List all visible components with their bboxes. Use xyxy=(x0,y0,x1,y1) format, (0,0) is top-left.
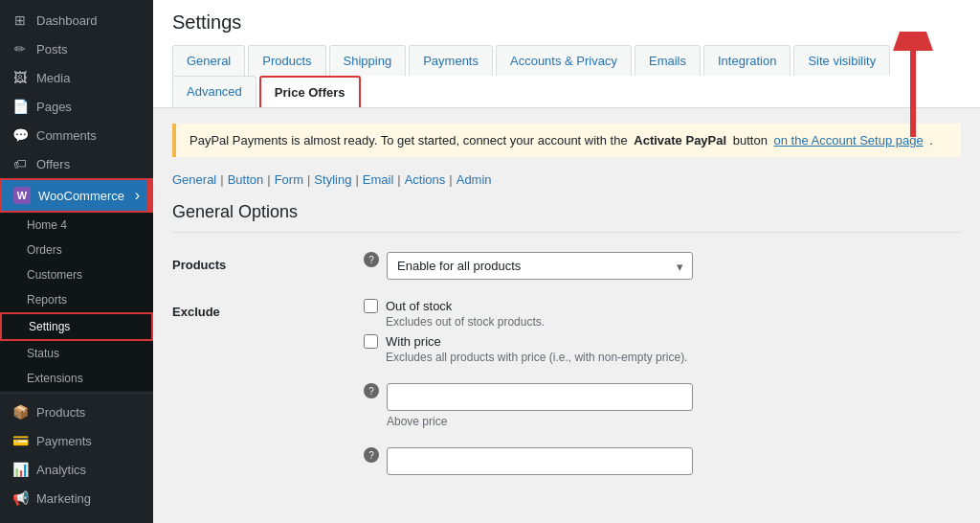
sub-nav-general[interactable]: General xyxy=(172,172,216,187)
above-price-form-row: ? Above price xyxy=(172,383,961,428)
tab-shipping[interactable]: Shipping xyxy=(329,45,407,76)
tab-advanced[interactable]: Advanced xyxy=(172,76,256,107)
below-price-help-icon[interactable]: ? xyxy=(364,447,379,463)
sidebar-item-woocommerce[interactable]: W WooCommerce › xyxy=(0,178,153,213)
page-header: Settings General Products Shipping Payme… xyxy=(153,0,980,108)
comments-icon: 💬 xyxy=(11,127,29,143)
sidebar-item-marketing[interactable]: 📢 Marketing xyxy=(0,484,153,512)
out-of-stock-checkbox-item: Out of stock xyxy=(364,299,961,313)
below-price-form-row: ? xyxy=(172,447,961,475)
sidebar-item-posts[interactable]: ✏ Posts xyxy=(0,34,153,63)
sidebar-item-dashboard[interactable]: ⊞ Dashboard xyxy=(0,6,153,34)
sidebar-item-analytics[interactable]: 📊 Analytics xyxy=(0,455,153,484)
below-price-label-empty xyxy=(172,447,364,453)
sidebar: ⊞ Dashboard ✏ Posts 🖼 Media 📄 Pages 💬 Co… xyxy=(0,0,153,523)
out-of-stock-desc: Excludes out of stock products. xyxy=(386,315,961,329)
tab-general[interactable]: General xyxy=(172,45,245,76)
above-price-field: ? Above price xyxy=(364,383,961,428)
submenu-extensions[interactable]: Extensions xyxy=(0,366,153,391)
exclude-form-row: Exclude Out of stock Excludes out of sto… xyxy=(172,299,961,364)
notice-bar: PayPal Payments is almost ready. To get … xyxy=(172,124,961,157)
sub-nav-email[interactable]: Email xyxy=(363,172,394,187)
posts-icon: ✏ xyxy=(11,41,29,57)
woocommerce-icon: W xyxy=(13,187,31,204)
products-select-wrapper: Enable for all products Disable for all … xyxy=(387,252,693,280)
with-price-group: With price Excludes all products with pr… xyxy=(364,334,961,364)
products-select[interactable]: Enable for all products Disable for all … xyxy=(387,252,693,280)
exclude-section: Out of stock Excludes out of stock produ… xyxy=(364,299,961,364)
products-form-row: Products ? Enable for all products Disab… xyxy=(172,252,961,280)
sidebar-item-products[interactable]: 📦 Products xyxy=(0,398,153,426)
sidebar-item-offers[interactable]: 🏷 Offers xyxy=(0,149,153,178)
sidebar-item-pages[interactable]: 📄 Pages xyxy=(0,92,153,121)
sub-nav-styling[interactable]: Styling xyxy=(314,172,351,187)
above-price-label-empty xyxy=(172,383,364,389)
analytics-icon: 📊 xyxy=(11,462,29,477)
products-help-icon[interactable]: ? xyxy=(364,252,379,267)
with-price-desc: Excludes all products with price (i.e., … xyxy=(386,351,961,364)
above-price-input-label: Above price xyxy=(387,415,693,428)
submenu-reports[interactable]: Reports xyxy=(0,287,153,312)
content-area: PayPal Payments is almost ready. To get … xyxy=(153,108,980,510)
submenu-customers[interactable]: Customers xyxy=(0,262,153,287)
marketing-icon: 📢 xyxy=(11,490,29,506)
with-price-label: With price xyxy=(386,334,441,349)
products-field: ? Enable for all products Disable for al… xyxy=(364,252,961,280)
submenu-orders[interactable]: Orders xyxy=(0,238,153,262)
products-label: Products xyxy=(172,252,364,272)
section-title: General Options xyxy=(172,202,961,233)
dashboard-icon: ⊞ xyxy=(11,12,29,28)
submenu-settings[interactable]: Settings xyxy=(0,312,153,341)
nav-tabs: General Products Shipping Payments Accou… xyxy=(172,45,961,107)
tab-emails[interactable]: Emails xyxy=(635,45,701,76)
submenu-home[interactable]: Home 4 xyxy=(0,213,153,238)
sub-nav-actions[interactable]: Actions xyxy=(405,172,446,187)
payments-icon: 💳 xyxy=(11,433,29,448)
pages-icon: 📄 xyxy=(11,99,29,114)
media-icon: 🖼 xyxy=(11,70,29,85)
arrow-indicator xyxy=(875,32,951,149)
tab-accounts-privacy[interactable]: Accounts & Privacy xyxy=(496,45,632,76)
out-of-stock-group: Out of stock Excludes out of stock produ… xyxy=(364,299,961,329)
sidebar-section-bottom: 📦 Products 💳 Payments 📊 Analytics 📢 Mark… xyxy=(0,393,153,512)
main-content: Settings General Products Shipping Payme… xyxy=(153,0,980,523)
sidebar-top: ⊞ Dashboard ✏ Posts 🖼 Media 📄 Pages 💬 Co… xyxy=(0,0,153,518)
above-price-help-icon[interactable]: ? xyxy=(364,383,379,398)
sidebar-item-comments[interactable]: 💬 Comments xyxy=(0,121,153,149)
sub-nav: General | Button | Form | Styling | Emai… xyxy=(172,172,961,187)
with-price-checkbox-item: With price xyxy=(364,334,961,349)
woocommerce-chevron: › xyxy=(135,187,140,204)
out-of-stock-checkbox[interactable] xyxy=(364,299,378,313)
offers-icon: 🏷 xyxy=(11,156,29,171)
tab-payments[interactable]: Payments xyxy=(409,45,493,76)
exclude-field: Out of stock Excludes out of stock produ… xyxy=(364,299,961,364)
products-icon: 📦 xyxy=(11,404,29,420)
tab-products[interactable]: Products xyxy=(248,45,325,76)
page-title: Settings xyxy=(172,11,961,34)
sub-nav-form[interactable]: Form xyxy=(275,172,303,187)
above-price-input[interactable] xyxy=(387,383,693,411)
exclude-label: Exclude xyxy=(172,299,364,319)
sub-nav-button[interactable]: Button xyxy=(228,172,264,187)
woocommerce-submenu: Home 4 Orders Customers Reports Settings… xyxy=(0,213,153,391)
submenu-status[interactable]: Status xyxy=(0,341,153,366)
tab-integration[interactable]: Integration xyxy=(703,45,791,76)
out-of-stock-label: Out of stock xyxy=(386,299,452,313)
sidebar-item-media[interactable]: 🖼 Media xyxy=(0,63,153,92)
below-price-field: ? xyxy=(364,447,961,475)
sidebar-item-payments[interactable]: 💳 Payments xyxy=(0,426,153,455)
sub-nav-admin[interactable]: Admin xyxy=(457,172,492,187)
with-price-checkbox[interactable] xyxy=(364,334,378,349)
below-price-input[interactable] xyxy=(387,447,693,475)
tab-price-offers[interactable]: Price Offers xyxy=(259,76,361,107)
